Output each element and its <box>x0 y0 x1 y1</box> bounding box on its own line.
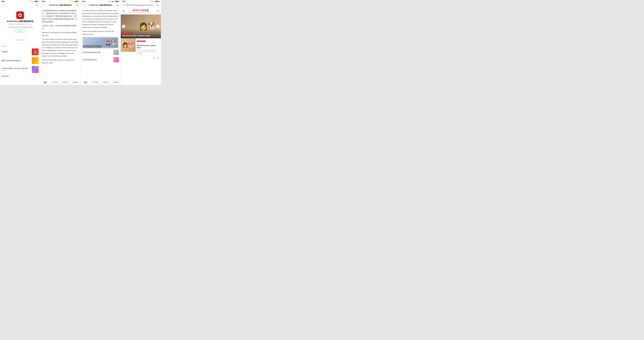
panel-appetizer: 4:42 ⏰ 🔔 ▲ ▌▌▌ ▮ ✕ APPETIZER blog, feedi… <box>121 0 161 85</box>
card-dog-icon: 🐕 <box>128 42 134 48</box>
nav-bar-1: ‹ ••• <box>0 3 40 8</box>
small-article-thumb-1 <box>114 50 119 55</box>
tab-share-3[interactable]: 专业分享 <box>100 80 111 85</box>
status-icons-3: ⏰ 🔔 📷 ▲ ▌▌▌ ▮ <box>108 1 119 2</box>
tab-about-label-3: 关于我们 <box>93 82 98 83</box>
chat-para-3: Welcome to the Diana Pet Food Wechat Off… <box>42 31 78 37</box>
carousel-arrow-left[interactable]: ← <box>122 25 125 28</box>
search-icon[interactable]: 🔍 <box>156 10 159 12</box>
tab-mini-label-3: 迷你网站 <box>113 82 118 83</box>
article-card-second[interactable]: 👩🐕 Market & trends 31.01.19 Pet food tre… <box>121 38 161 56</box>
card-image-illustration: 👩🐕 <box>121 38 136 52</box>
article-thumb-1: 开工大吉 <box>32 48 38 55</box>
profile-avatar-section: DIANAPetfood戴安娜宠物食品 提供有关DIANA宠物食品产品相关信息 … <box>2 9 38 36</box>
battery-icon-4: ▮ <box>159 1 159 2</box>
image-overlay: 适口性产品研发的全局观 <box>83 45 101 48</box>
profile-stats: 16 Original Article(s) 1 Friend(s) Follo… <box>8 26 33 28</box>
battery-icon-2: ▮ <box>78 1 79 2</box>
article-card-badge: Market & trends <box>137 40 146 42</box>
logo-text: APPETIZER <box>132 9 149 12</box>
tab-keyboard-2[interactable]: ⌨ <box>40 80 50 85</box>
profile-body: DIANAPetfood戴安娜宠物食品 提供有关DIANA宠物食品产品相关信息 … <box>0 8 40 85</box>
card-woman-icon: 👩 <box>122 42 128 48</box>
chat-para-4: The place where you will find all the la… <box>42 38 78 58</box>
nav-bar-2: ‹ DIANAPetfood戴安娜宠物食品 ••• <box>40 3 80 8</box>
tab-keyboard-3[interactable]: ⌨ <box>80 80 91 85</box>
article-item-2[interactable]: 愿新年是来年记起的好往年 🎊 <box>2 56 38 65</box>
article-card-content: Market & trends 31.01.19 Pet food trends… <box>136 38 161 55</box>
carousel-arrow-right[interactable]: → <box>156 25 160 28</box>
tab-mini-label-2: 迷你网站 <box>73 82 78 83</box>
article-thumb-3: 🐾 <box>32 66 38 73</box>
wifi-icon-3: ▲ <box>114 1 115 2</box>
status-bar-4: 4:42 ⏰ 🔔 ▲ ▌▌▌ ▮ <box>121 0 161 3</box>
alarm-icon-2: ⏰ <box>70 1 71 2</box>
bell-icon: 🔔 <box>32 1 33 2</box>
alarm-icon-4: ⏰ <box>150 1 152 2</box>
signal-icon-4: ▌▌▌ <box>156 1 158 2</box>
small-article-thumb-2 <box>114 57 119 62</box>
panel-profile: 4:40 ⏰ 🔔 ▲ ▌▌▌ ▮ ‹ ••• DIANAPetfood戴安娜宠物… <box>0 0 40 85</box>
article-item-1[interactable]: 分享图片 开工大吉 <box>2 48 38 56</box>
back-button-1[interactable]: ‹ <box>2 4 4 6</box>
small-article-2[interactable]: 从适口性看食品安全 <box>82 56 119 63</box>
tagline-text: Feeding the curiosity of <box>130 12 141 13</box>
chat-para-5: Click on the 3rd tab to visit our mini-s… <box>42 58 78 64</box>
back-button-3[interactable]: ‹ <box>82 4 85 6</box>
article-title-2: 愿新年是来年记起的好往年 <box>2 60 32 62</box>
tagline-end: professionals <box>145 12 151 13</box>
battery-icon-3: ▮ <box>118 1 119 2</box>
article-card-image: 👩🐕 <box>121 38 136 52</box>
all-articles-link[interactable]: All Articles › <box>2 74 38 78</box>
chat-body-3: The place where you will find all the la… <box>80 8 120 80</box>
hero-badge: Market & trends <box>122 32 132 34</box>
panel-chat-english: 4:41 ⏰ 🔔 📷 ▲ ▌▌▌ ▮ ‹ DIANAPetfood戴安娜宠物食品… <box>80 0 121 85</box>
hamburger-icon[interactable]: ☰ <box>122 10 124 12</box>
camera-icon-3: 📷 <box>112 1 114 2</box>
mini-site-label: 迷你网站 <box>16 39 23 41</box>
zoom-in-button[interactable]: + <box>156 56 160 60</box>
small-article-1[interactable]: 适口性检测是成功的关键 <box>82 48 119 56</box>
tab-mini-3[interactable]: 迷你网站 <box>111 80 121 85</box>
tab-share-label-2: 专业分享 <box>62 82 68 83</box>
more-button-4[interactable]: ••• <box>156 4 159 6</box>
profile-name: DIANAPetfood戴安娜宠物食品 <box>6 20 34 23</box>
more-button-1[interactable]: ••• <box>36 4 38 6</box>
time-1: 4:40 <box>2 0 4 2</box>
follow-button[interactable]: Follow <box>14 30 26 33</box>
tab-mini-2[interactable]: 迷你网站 <box>70 80 80 85</box>
bell-icon-3: 🔔 <box>110 1 112 2</box>
article-image-3: 👩‍🦰🐕 适口性产品研发的全局观 <box>82 37 119 48</box>
article-item-3[interactable]: 你与专业铲屎官之间只差一条生产线 Original 🐾 <box>2 65 38 74</box>
zoom-out-button[interactable]: − <box>152 56 156 60</box>
status-bar-3: 4:41 ⏰ 🔔 📷 ▲ ▌▌▌ ▮ <box>80 0 120 3</box>
back-button-2[interactable]: ‹ <box>42 4 45 6</box>
hero-carousel: 👩🐕 Market & trends Pet food trends, Chin… <box>121 14 161 38</box>
time-4: 4:42 <box>122 0 125 2</box>
hero-title: Pet food trends, Chinese style <box>122 34 159 37</box>
chat-para-2: 点击第三个菜单，访问我们的迷你网站并发现更多！ <box>42 24 78 30</box>
more-button-2[interactable]: ••• <box>76 4 79 6</box>
bell-icon-2: 🔔 <box>72 1 73 2</box>
signal-icon-3: ▌▌▌ <box>116 1 118 2</box>
bottom-tab-2: ⌨ 关于我们 专业分享 迷你网站 <box>40 80 80 85</box>
thumb-text-2: 🎊 <box>34 60 36 62</box>
mini-site-bar[interactable]: 迷你网站 ≡ <box>2 38 38 42</box>
tab-share-2[interactable]: 专业分享 <box>60 80 70 85</box>
article-card-date: 31.01.19 <box>137 43 160 44</box>
thumb-text-3: 🐾 <box>34 69 36 70</box>
tab-about-2[interactable]: 关于我们 <box>50 80 60 85</box>
chat-para-3-1: The place where you will find all the la… <box>82 9 119 29</box>
bottom-tab-3: ⌨ 关于我们 专业分享 迷你网站 <box>80 80 120 85</box>
close-button-4[interactable]: ✕ <box>122 4 125 6</box>
all-articles-label: All Articles <box>2 75 9 77</box>
more-button-3[interactable]: ••• <box>116 4 119 6</box>
logo-tagline: Feeding the curiosity of pet care profes… <box>130 12 151 13</box>
tab-about-label-2: 关于我们 <box>52 82 58 83</box>
alarm-icon: ⏰ <box>30 1 31 2</box>
tab-about-3[interactable]: 关于我们 <box>91 80 101 85</box>
keyboard-icon-3: ⌨ <box>84 81 87 84</box>
article-sub-3: Original <box>2 70 30 72</box>
small-article-text-1: 适口性检测是成功的关键 <box>82 51 114 54</box>
mini-site-menu-icon: ≡ <box>24 39 25 41</box>
